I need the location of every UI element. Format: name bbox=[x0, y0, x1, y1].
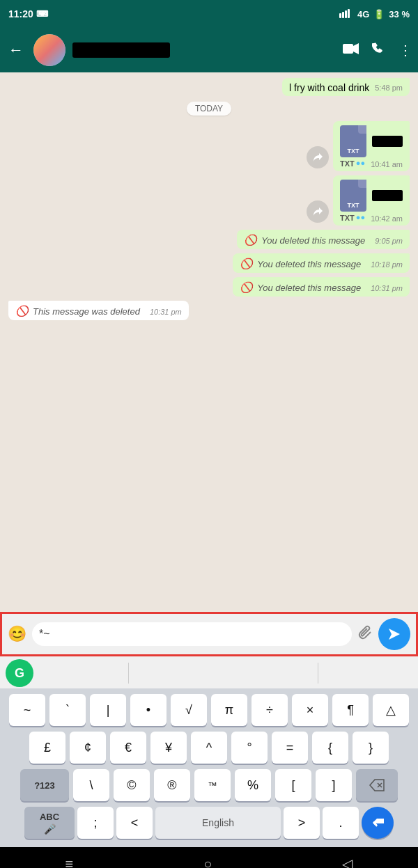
key-degree[interactable]: ° bbox=[231, 732, 268, 764]
grammarly-button[interactable]: G bbox=[6, 659, 33, 687]
voice-call-button[interactable] bbox=[372, 42, 386, 59]
battery-icon: 🔋 bbox=[373, 9, 385, 19]
file-name bbox=[372, 190, 403, 201]
key-greaterthan[interactable]: > bbox=[284, 807, 320, 839]
key-semicolon[interactable]: ; bbox=[77, 807, 114, 839]
key-sqrt[interactable]: √ bbox=[171, 694, 207, 726]
contact-info[interactable] bbox=[72, 42, 336, 58]
space-key-label: English bbox=[202, 817, 234, 828]
menu-nav-button[interactable]: ≡ bbox=[65, 856, 74, 869]
file-name bbox=[372, 136, 403, 147]
key-tm[interactable]: ™ bbox=[194, 769, 231, 801]
more-options-button[interactable]: ⋮ bbox=[398, 42, 412, 58]
message-row: 🚫 You deleted this message 9:05 pm bbox=[8, 230, 410, 249]
message-row: 🚫 This message was deleted 10:31 pm bbox=[8, 301, 410, 320]
message-ticks: ●● bbox=[356, 213, 365, 221]
key-backslash[interactable]: \ bbox=[73, 769, 109, 801]
deleted-message: 🚫 You deleted this message 10:31 pm bbox=[240, 281, 403, 294]
deleted-bubble: 🚫 This message was deleted 10:31 pm bbox=[8, 301, 189, 320]
deleted-icon: 🚫 bbox=[15, 305, 29, 317]
status-bar: 11:20 ⌨ 4G 🔋 33 % bbox=[0, 0, 418, 28]
key-period[interactable]: . bbox=[323, 807, 359, 839]
deleted-icon: 🚫 bbox=[244, 234, 257, 246]
message-time: 5:48 pm bbox=[375, 84, 403, 92]
key-lbracket[interactable]: [ bbox=[275, 769, 311, 801]
home-nav-button[interactable]: ○ bbox=[203, 856, 212, 869]
message-input-area: 😊 bbox=[0, 612, 418, 656]
key-cent[interactable]: ¢ bbox=[70, 732, 106, 764]
svg-rect-3 bbox=[348, 9, 350, 18]
toolbar-actions: ⋮ bbox=[343, 42, 412, 59]
key-rbrace[interactable]: } bbox=[353, 732, 389, 764]
key-rbracket[interactable]: ] bbox=[316, 769, 352, 801]
keyboard: ~ ` | • √ π ÷ × ¶ △ £ ¢ € ¥ ^ ° = { } ?1… bbox=[0, 688, 418, 847]
key-times[interactable]: × bbox=[292, 694, 328, 726]
deleted-text: You deleted this message bbox=[257, 283, 361, 293]
keyboard-row-2: £ ¢ € ¥ ^ ° = { } bbox=[3, 732, 415, 764]
signal-icon bbox=[339, 8, 353, 20]
message-row: l fry with coal drink 5:48 pm bbox=[8, 78, 410, 96]
key-pi[interactable]: π bbox=[211, 694, 247, 726]
key-caret[interactable]: ^ bbox=[191, 732, 227, 764]
time-display: 11:20 bbox=[8, 8, 33, 19]
key-lbrace[interactable]: { bbox=[312, 732, 348, 764]
key-abc[interactable]: ABC 🎤 bbox=[24, 807, 75, 839]
send-button[interactable] bbox=[378, 618, 410, 650]
message-time: 10:31 pm bbox=[371, 284, 403, 292]
message-time: 10:42 am bbox=[371, 214, 403, 223]
contact-avatar[interactable] bbox=[33, 34, 65, 66]
key-divide[interactable]: ÷ bbox=[251, 694, 288, 726]
space-key[interactable]: English bbox=[155, 807, 281, 839]
key-bullet[interactable]: • bbox=[130, 694, 167, 726]
key-euro[interactable]: € bbox=[110, 732, 146, 764]
message-row: TXT TXT 10:41 am ●● bbox=[8, 121, 410, 171]
contact-name bbox=[72, 42, 170, 58]
file-type-label: TXT bbox=[340, 159, 355, 168]
svg-rect-2 bbox=[345, 10, 347, 18]
message-input[interactable] bbox=[32, 622, 352, 646]
key-123[interactable]: ?123 bbox=[20, 769, 69, 801]
key-equals[interactable]: = bbox=[272, 732, 308, 764]
message-time: 10:31 pm bbox=[150, 308, 182, 316]
key-yen[interactable]: ¥ bbox=[150, 732, 187, 764]
message-time: 10:18 pm bbox=[371, 260, 403, 269]
deleted-icon: 🚫 bbox=[240, 258, 253, 270]
file-type-label: TXT bbox=[340, 214, 355, 222]
key-registered[interactable]: ® bbox=[154, 769, 190, 801]
deleted-bubble: 🚫 You deleted this message 10:18 pm bbox=[233, 253, 410, 273]
key-lessthan[interactable]: < bbox=[116, 807, 153, 839]
key-pipe[interactable]: | bbox=[90, 694, 126, 726]
key-pound[interactable]: £ bbox=[29, 732, 65, 764]
file-metadata: TXT 10:41 am ●● bbox=[340, 159, 403, 168]
keyboard-row-3: ?123 \ © ® ™ % [ ] bbox=[3, 769, 415, 801]
emoji-button[interactable]: 😊 bbox=[8, 625, 26, 643]
attach-button[interactable] bbox=[357, 625, 373, 644]
key-backtick[interactable]: ` bbox=[49, 694, 86, 726]
enter-key[interactable] bbox=[362, 807, 394, 839]
key-tilde[interactable]: ~ bbox=[9, 694, 45, 726]
message-text: l fry with coal drink bbox=[289, 82, 369, 93]
video-call-button[interactable] bbox=[343, 42, 359, 58]
status-time: 11:20 ⌨ bbox=[8, 8, 48, 19]
key-pilcrow[interactable]: ¶ bbox=[332, 694, 369, 726]
forward-icon[interactable] bbox=[307, 200, 329, 223]
back-nav-button[interactable]: ◁ bbox=[342, 855, 353, 868]
svg-rect-4 bbox=[343, 44, 353, 54]
forward-icon[interactable] bbox=[307, 146, 329, 168]
back-button[interactable]: ← bbox=[6, 38, 26, 62]
deleted-bubble: 🚫 You deleted this message 9:05 pm bbox=[237, 230, 410, 249]
message-ticks: ●● bbox=[356, 159, 365, 167]
deleted-text: You deleted this message bbox=[261, 235, 365, 246]
svg-marker-5 bbox=[353, 43, 359, 54]
keyboard-row-1: ~ ` | • √ π ÷ × ¶ △ bbox=[3, 694, 415, 726]
chat-bubble: l fry with coal drink 5:48 pm bbox=[282, 78, 410, 96]
key-copyright[interactable]: © bbox=[114, 769, 150, 801]
backspace-key[interactable] bbox=[356, 769, 398, 801]
messages-list: l fry with coal drink 5:48 pm TODAY TXT bbox=[0, 72, 418, 330]
key-percent[interactable]: % bbox=[235, 769, 271, 801]
deleted-text: This message was deleted bbox=[33, 306, 140, 317]
divider bbox=[318, 663, 318, 684]
key-triangle[interactable]: △ bbox=[373, 694, 409, 726]
date-chip-label: TODAY bbox=[187, 102, 231, 116]
deleted-text: You deleted this message bbox=[257, 259, 361, 269]
